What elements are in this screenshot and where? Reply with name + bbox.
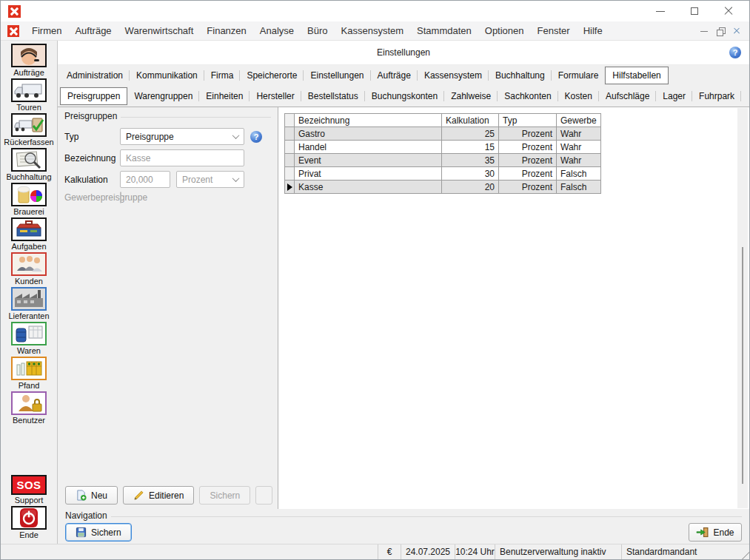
tab-einstellungen[interactable]: Einstellungen [304, 67, 370, 84]
sichern-button[interactable]: Sichern [199, 486, 250, 505]
gewerbe-checkbox[interactable] [120, 192, 121, 203]
tab-kommunikation[interactable]: Kommunikation [130, 67, 204, 84]
editieren-button[interactable]: Editieren [123, 486, 194, 505]
sidebar-item-waren[interactable]: Waren [11, 322, 47, 356]
navigation-group: Navigation Sichern Ende [58, 509, 749, 544]
child-window-icon [7, 25, 19, 37]
neu-button-label: Neu [91, 490, 107, 501]
typ-select[interactable]: Preisgruppe [120, 128, 244, 145]
menu-auftraege[interactable]: Aufträge [68, 23, 118, 38]
subtab-preisgruppen[interactable]: Preisgruppen [60, 87, 127, 105]
kalkulation-input[interactable]: 20,000 [120, 171, 170, 188]
subtab-lager[interactable]: Lager [656, 87, 692, 105]
menu-kassensystem[interactable]: Kassensystem [335, 23, 411, 38]
window-minimize-icon[interactable] [656, 7, 665, 16]
sidebar-item-aufgaben[interactable]: Aufgaben [11, 217, 47, 252]
sidebar-item-rueckerfassen[interactable]: Rückerfassen [4, 113, 53, 147]
table-row-selected[interactable]: Kasse 20 Prozent Falsch [285, 181, 601, 194]
table-row[interactable]: Gastro 25 Prozent Wahr [285, 127, 601, 141]
barrel-container-icon [11, 322, 47, 345]
tab-firma[interactable]: Firma [204, 67, 241, 84]
app-window: Firmen Aufträge Warenwirtschaft Finanzen… [0, 0, 750, 560]
navigation-sichern-button[interactable]: Sichern [65, 523, 132, 542]
sidebar-item-lieferanten[interactable]: Lieferanten [8, 287, 49, 321]
preisgruppen-table[interactable]: Bezeichnung Kalkulation Typ Gewerbe Gast… [284, 113, 601, 194]
sidebar-item-label: Ende [19, 530, 38, 540]
window-maximize-icon[interactable] [690, 7, 699, 16]
sidebar-item-label: Support [15, 495, 44, 505]
neu-button[interactable]: Neu [65, 486, 118, 505]
mdi-minimize-icon[interactable] [698, 26, 710, 36]
sidebar-item-ende[interactable]: Ende [11, 506, 47, 540]
mdi-restore-icon[interactable] [714, 26, 726, 36]
sidebar-item-label: Buchhaltung [6, 172, 51, 182]
subtab-einheiten[interactable]: Einheiten [199, 87, 250, 105]
menu-firmen[interactable]: Firmen [25, 23, 68, 38]
subtab-zahlweise[interactable]: Zahlweise [444, 87, 498, 105]
sidebar-item-kunden[interactable]: Kunden [11, 252, 47, 286]
ende-button[interactable]: Ende [689, 523, 742, 542]
resize-grip-icon[interactable] [740, 544, 749, 559]
sidebar-item-touren[interactable]: Touren [11, 78, 47, 112]
statusbar-mandant: Standardmandant [621, 544, 740, 559]
tab-kassensystem[interactable]: Kassensystem [418, 67, 489, 84]
cell-bezeichnung: Gastro [295, 127, 442, 141]
menu-buero[interactable]: Büro [301, 23, 334, 38]
typ-select-value: Preisgruppe [126, 132, 174, 142]
col-gewerbe[interactable]: Gewerbe [557, 114, 601, 127]
tab-auftraege[interactable]: Aufträge [371, 67, 418, 84]
subtab-sachkonten[interactable]: Sachkonten [498, 87, 558, 105]
tab-speicherorte[interactable]: Speicherorte [240, 67, 304, 84]
sidebar-item-brauerei[interactable]: Brauerei [11, 183, 47, 217]
blank-button[interactable] [255, 486, 272, 505]
menu-hilfe[interactable]: Hilfe [577, 23, 609, 38]
menu-optionen[interactable]: Optionen [478, 23, 531, 38]
mdi-close-icon[interactable] [731, 26, 743, 36]
col-bezeichnung[interactable]: Bezeichnung [295, 114, 442, 127]
menu-finanzen[interactable]: Finanzen [200, 23, 252, 38]
bezeichnung-input[interactable]: Kasse [120, 149, 244, 166]
tab-buchhaltung[interactable]: Buchhaltung [489, 67, 552, 84]
subtab-bestellstatus[interactable]: Bestellstatus [301, 87, 365, 105]
col-typ[interactable]: Typ [499, 114, 557, 127]
table-row[interactable]: Event 35 Prozent Wahr [285, 154, 601, 167]
sidebar-item-benutzer[interactable]: Benutzer [11, 391, 47, 425]
cell-bezeichnung: Privat [295, 167, 442, 181]
sidebar-item-label: Aufgaben [11, 241, 46, 252]
subtab-kosten[interactable]: Kosten [558, 87, 599, 105]
tabs-sub: Preisgruppen Warengruppen Einheiten Hers… [58, 86, 749, 107]
subtab-warengruppen[interactable]: Warengruppen [127, 87, 199, 105]
tab-hilfstabellen[interactable]: Hilfstabellen [605, 67, 668, 84]
row-indicator-header [285, 114, 295, 127]
sidebar-item-auftraege[interactable]: Aufträge [11, 44, 47, 78]
tab-administration[interactable]: Administration [60, 67, 130, 84]
table-row[interactable]: Handel 15 Prozent Wahr [285, 141, 601, 154]
sidebar-item-pfand[interactable]: Pfand [11, 357, 47, 391]
scrollbar-thumb[interactable] [742, 247, 743, 484]
cell-kalkulation: 25 [442, 127, 499, 141]
menu-stammdaten[interactable]: Stammdaten [410, 23, 478, 38]
sidebar-item-support[interactable]: SOS Support [11, 475, 47, 505]
sidebar-item-buchhaltung[interactable]: Buchhaltung [6, 148, 51, 182]
cell-typ: Prozent [499, 167, 557, 181]
col-kalkulation[interactable]: Kalkulation [442, 114, 499, 127]
kalkulation-label: Kalkulation [64, 175, 120, 185]
subtab-aufschlaege[interactable]: Aufschläge [599, 87, 656, 105]
subtab-buchungskonten[interactable]: Buchungskonten [365, 87, 444, 105]
window-close-icon[interactable] [724, 7, 733, 16]
status-bar: € 24.07.2025 10:24 Uhr Benutzerverwaltun… [1, 544, 749, 559]
subtab-fuhrpark[interactable]: Fuhrpark [692, 87, 741, 105]
bezeichnung-label: Bezeichnung [64, 153, 120, 163]
bottle-crate-icon [11, 357, 47, 380]
help-icon[interactable]: ? [729, 47, 741, 58]
kalkulation-unit-select[interactable]: Prozent [176, 171, 244, 188]
menu-analyse[interactable]: Analyse [253, 23, 301, 38]
tab-formulare[interactable]: Formulare [552, 67, 606, 84]
typ-help-icon[interactable]: ? [250, 131, 262, 143]
menu-warenwirtschaft[interactable]: Warenwirtschaft [118, 23, 201, 38]
menu-fenster[interactable]: Fenster [531, 23, 577, 38]
chevron-down-icon [232, 175, 240, 182]
table-row[interactable]: Privat 30 Prozent Falsch [285, 167, 601, 181]
subtab-hersteller[interactable]: Hersteller [250, 87, 301, 105]
vertical-scrollbar[interactable] [737, 108, 748, 508]
